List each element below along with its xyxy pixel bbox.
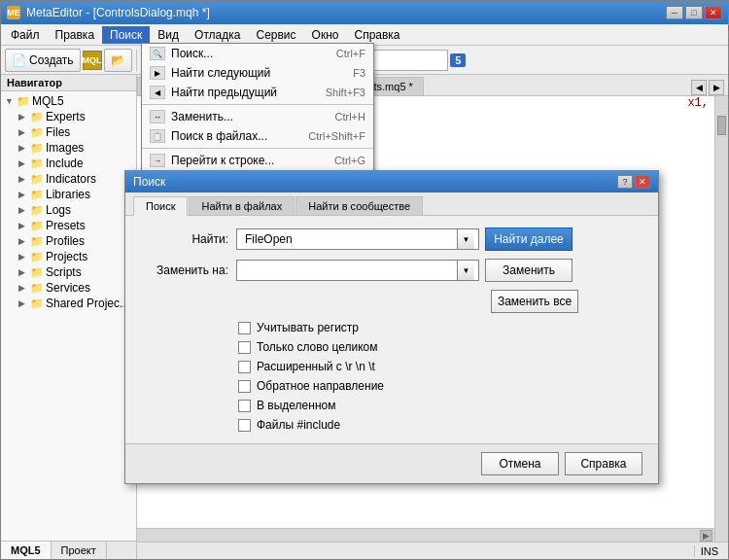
checkbox-row-2: Расширенный с \r \n \t <box>238 360 642 373</box>
replace-field-label: Заменить на: <box>141 263 228 277</box>
help-button[interactable]: Справка <box>565 452 642 475</box>
checkbox-row-0: Учитывать регистр <box>238 321 642 334</box>
checkbox-row-1: Только слово целиком <box>238 340 642 354</box>
search-dialog: Поиск ? ✕ Поиск Найти в файлах Найти в с… <box>124 170 659 484</box>
replace-input[interactable] <box>241 262 457 279</box>
checkbox-extended[interactable] <box>238 361 251 373</box>
dialog-tab-find-in-files[interactable]: Найти в файлах <box>189 196 295 215</box>
replace-row: Заменить на: ▼ Заменить <box>141 259 642 282</box>
find-combo-arrow[interactable]: ▼ <box>457 229 474 249</box>
dialog-tab-find-in-community[interactable]: Найти в сообществе <box>295 196 423 215</box>
dialog-help-button[interactable]: ? <box>617 175 633 189</box>
checkbox-case[interactable] <box>238 322 251 334</box>
checkbox-row-5: Файлы #include <box>238 418 642 432</box>
find-row: Найти: ▼ Найти далее <box>141 228 642 251</box>
dialog-title-text: Поиск <box>133 175 165 189</box>
replace-input-wrap: ▼ Заменить <box>236 259 573 282</box>
replace-all-row: Заменить все <box>141 290 642 313</box>
checkbox-include[interactable] <box>238 419 251 432</box>
dialog-title-controls: ? ✕ <box>617 175 650 189</box>
dialog-overlay: Поиск ? ✕ Поиск Найти в файлах Найти в с… <box>0 0 729 560</box>
replace-combo-arrow[interactable]: ▼ <box>457 261 474 280</box>
replace-all-margin: Заменить все <box>491 290 578 313</box>
checkbox-row-3: Обратное направление <box>238 379 642 393</box>
dialog-title-bar: Поиск ? ✕ <box>125 171 658 192</box>
checkbox-whole-word[interactable] <box>238 341 251 354</box>
dialog-checkboxes: Учитывать регистр Только слово целиком Р… <box>238 321 642 432</box>
checkbox-include-label: Файлы #include <box>257 418 340 432</box>
find-input-wrap: ▼ Найти далее <box>236 228 573 251</box>
dialog-tabs: Поиск Найти в файлах Найти в сообществе <box>125 192 658 216</box>
checkbox-case-label: Учитывать регистр <box>257 321 359 334</box>
dialog-tab-search[interactable]: Поиск <box>133 196 188 216</box>
replace-combobox: ▼ <box>236 260 479 281</box>
replace-all-button[interactable]: Заменить все <box>491 290 578 313</box>
find-next-button[interactable]: Найти далее <box>485 228 573 251</box>
replace-all-wrap: Заменить все <box>236 290 578 313</box>
replace-button[interactable]: Заменить <box>485 259 573 282</box>
find-combobox: ▼ <box>236 228 479 250</box>
checkbox-whole-word-label: Только слово целиком <box>257 340 378 354</box>
checkbox-extended-label: Расширенный с \r \n \t <box>257 360 375 373</box>
checkbox-selection[interactable] <box>238 400 251 412</box>
checkbox-backward[interactable] <box>238 380 251 393</box>
dialog-footer: Отмена Справка <box>125 443 658 483</box>
dialog-body: Найти: ▼ Найти далее Заменить на: ▼ <box>125 216 658 443</box>
checkbox-selection-label: В выделенном <box>257 399 335 412</box>
checkbox-row-4: В выделенном <box>238 399 642 412</box>
checkbox-backward-label: Обратное направление <box>257 379 384 393</box>
find-input[interactable] <box>241 230 457 248</box>
find-field-label: Найти: <box>141 232 228 246</box>
cancel-button[interactable]: Отмена <box>481 452 559 475</box>
dialog-close-button[interactable]: ✕ <box>635 175 650 189</box>
